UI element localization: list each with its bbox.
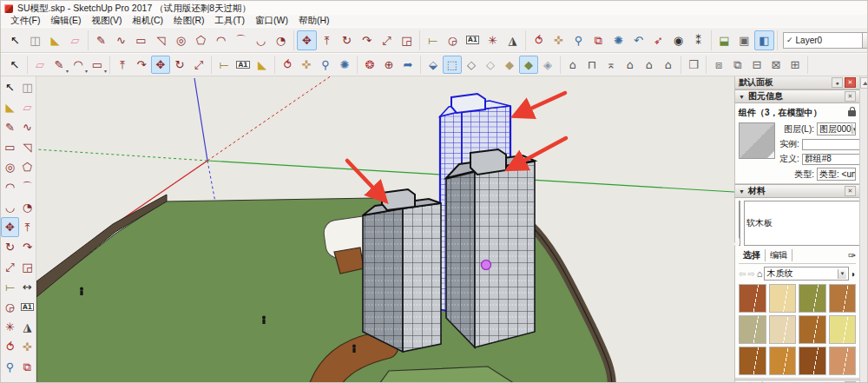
line-tool[interactable]: ✎	[1, 117, 19, 137]
tray-pin-icon[interactable]: ●	[832, 77, 843, 88]
style-wireframe[interactable]: ◇	[462, 56, 481, 74]
offset-tool[interactable]: ◲	[397, 30, 417, 50]
shadows-toggle[interactable]: ❂	[360, 56, 379, 74]
circle-tool[interactable]: ◎	[1, 157, 19, 177]
menu-item-7[interactable]: 帮助(H)	[294, 15, 334, 27]
tray-close-icon[interactable]: ✕	[845, 77, 856, 88]
eyedropper-icon[interactable]: ✑	[848, 250, 856, 261]
model-viewport[interactable]	[36, 76, 734, 383]
push-pull-tool[interactable]: ⤒	[113, 56, 132, 74]
arc-tool[interactable]: ◠▾	[69, 56, 88, 74]
entity-definition-input[interactable]	[802, 154, 868, 165]
style-hidden-line[interactable]: ◇	[481, 56, 500, 74]
push-pull-tool[interactable]: ⤒	[317, 30, 337, 50]
three-point-arc-tool[interactable]: ◡	[251, 30, 271, 50]
solid-outer-shell[interactable]: ❒	[684, 56, 703, 74]
follow-me-tool[interactable]: ↷	[18, 237, 36, 257]
previous-view[interactable]: ↶	[628, 30, 648, 50]
three-point-arc-tool[interactable]: ◡	[1, 197, 19, 217]
axes-tool[interactable]: ✳	[483, 30, 503, 50]
move-tool[interactable]: ✥	[297, 30, 317, 50]
style-shaded-textures[interactable]: ◆	[519, 56, 538, 74]
menu-item-6[interactable]: 窗口(W)	[251, 15, 293, 27]
zoom-tool[interactable]: ⚲	[316, 56, 335, 74]
material-swatch-12[interactable]	[829, 347, 857, 375]
entity-layer-select[interactable]: 图层000 ▼	[817, 122, 856, 135]
pan-tool[interactable]: ✜	[297, 56, 316, 74]
materials-close-icon[interactable]: ✕	[845, 186, 856, 196]
building-middle[interactable]	[446, 149, 535, 347]
select-tool[interactable]: ↖	[1, 77, 19, 97]
rotated-rectangle-tool[interactable]: ◹	[18, 137, 36, 157]
orbit-tool[interactable]: ⥀	[278, 56, 297, 74]
forward-arrow-icon[interactable]: ⇨	[747, 269, 754, 279]
menu-item-4[interactable]: 绘图(R)	[169, 15, 209, 27]
view-left[interactable]: ⌂	[659, 56, 678, 74]
material-swatch-5[interactable]	[739, 315, 766, 344]
position-camera-tool[interactable]: ➶	[648, 30, 668, 50]
protractor-tool[interactable]: ◶	[1, 297, 19, 317]
zoom-window-tool[interactable]: ⧉	[589, 30, 608, 50]
arc-tool[interactable]: ◠	[211, 30, 231, 50]
material-swatch-8[interactable]	[829, 315, 857, 344]
view-top[interactable]: ⊓	[582, 56, 602, 74]
style-x-ray[interactable]: ⬙	[424, 56, 443, 74]
protractor-tool[interactable]: ◶	[443, 30, 463, 50]
tape-measure-tool[interactable]: ⟝	[214, 56, 233, 74]
move-tool[interactable]: ✥	[151, 56, 170, 74]
home-icon[interactable]: ⌂	[757, 268, 763, 279]
tray-title-bar[interactable]: 默认面板 ● ✕	[735, 76, 859, 89]
eraser[interactable]: ▱	[18, 97, 36, 117]
menu-item-0[interactable]: 文件(F)	[6, 15, 44, 27]
menu-item-1[interactable]: 编辑(E)	[46, 15, 85, 27]
entity-info-close-icon[interactable]: ✕	[845, 91, 856, 102]
entity-instance-input[interactable]	[802, 139, 868, 150]
circle-tool[interactable]: ◎	[171, 30, 191, 50]
material-swatch-7[interactable]	[799, 315, 826, 344]
style-shaded[interactable]: ◆	[500, 56, 519, 74]
material-preview[interactable]	[739, 201, 740, 246]
text-tool[interactable]: A1	[463, 30, 483, 50]
paint-bucket[interactable]: ◣	[253, 56, 272, 74]
building-left[interactable]	[363, 189, 441, 352]
follow-me-tool[interactable]: ↷	[357, 30, 377, 50]
two-point-arc-tool[interactable]: ⌒	[231, 30, 251, 50]
view-right[interactable]: ⌂	[621, 56, 640, 74]
rectangle-tool[interactable]: ▭	[1, 137, 19, 157]
detail-arrow-icon[interactable]: ◗	[851, 269, 856, 279]
polygon-tool[interactable]: ⬠	[18, 157, 36, 177]
zoom-extents-tool[interactable]: ✺	[1, 377, 19, 383]
scale-tool[interactable]: ⤢	[189, 56, 208, 74]
section-plane-tool[interactable]: ⬓	[714, 30, 734, 50]
solid-split[interactable]: ⊞	[786, 56, 805, 74]
polygon-tool[interactable]: ⬠	[191, 30, 211, 50]
material-swatch-10[interactable]	[769, 347, 797, 375]
dimension-tool[interactable]: ↔	[18, 277, 36, 297]
rotated-rectangle-tool[interactable]: ◹	[151, 30, 171, 50]
pie-tool[interactable]: ◔	[271, 30, 291, 50]
follow-me-tool[interactable]: ↷	[132, 56, 151, 74]
material-swatch-9[interactable]	[739, 347, 766, 375]
zoom-extents-tool[interactable]: ✺	[608, 30, 628, 50]
rectangle-tool[interactable]: ▭▾	[88, 56, 107, 74]
select-tool[interactable]: ↖	[5, 56, 24, 74]
zoom-window-tool[interactable]: ⧉	[18, 357, 36, 377]
3d-text-tool[interactable]: ◮	[503, 30, 523, 50]
move-tool[interactable]: ✥	[1, 217, 19, 237]
pie-tool[interactable]: ◔	[18, 197, 36, 217]
material-swatch-2[interactable]	[769, 284, 797, 313]
view-back[interactable]: ⌂	[640, 56, 659, 74]
make-component[interactable]: ◫	[25, 30, 45, 50]
entity-type-select[interactable]: 类型: <unde... ▼	[817, 168, 856, 181]
dropdown-caret-icon[interactable]: ▾	[104, 68, 107, 74]
push-pull-tool[interactable]: ⤒	[18, 217, 36, 237]
select-tool[interactable]: ↖	[5, 30, 25, 50]
lock-icon[interactable]	[848, 110, 856, 116]
section-fill-toggle[interactable]: ▣	[734, 30, 754, 50]
zoom-extents-tool[interactable]: ✺	[335, 56, 354, 74]
solid-intersect[interactable]: ⧈	[709, 56, 728, 74]
line-tool[interactable]: ✎	[91, 30, 111, 50]
rotate-tool[interactable]: ↻	[1, 237, 19, 257]
material-name-input[interactable]	[744, 201, 864, 246]
two-point-arc-tool[interactable]: ⌒	[18, 177, 36, 197]
